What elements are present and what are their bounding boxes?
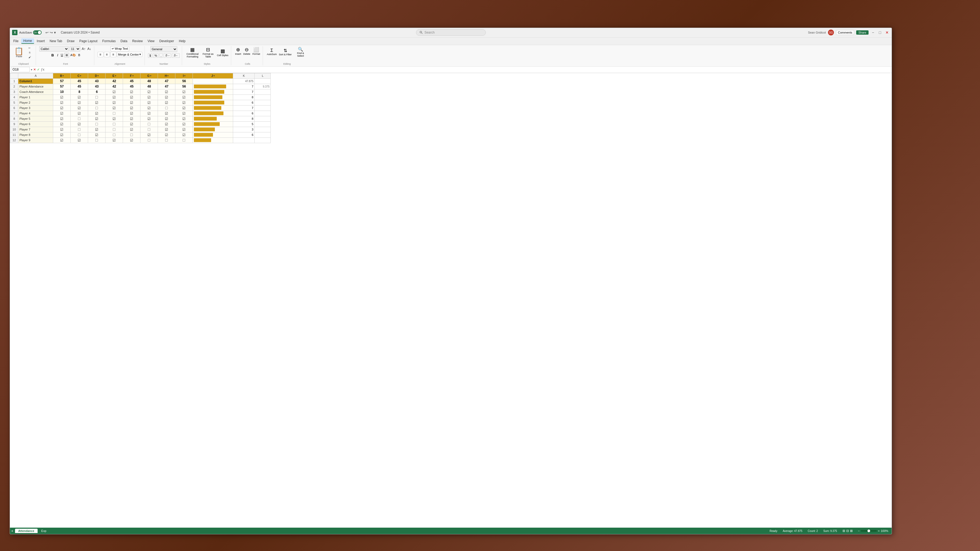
cell-L2[interactable]: 9.375 [255,84,271,89]
align-right-button[interactable]: ≡ [110,52,116,57]
cell-J4[interactable] [193,95,233,100]
checkbox-G9[interactable] [148,123,151,126]
undo-icon[interactable]: ↩ [45,30,49,35]
checkbox-E8[interactable] [113,118,116,121]
cell-F3[interactable] [123,89,140,95]
checkbox-B11[interactable] [60,133,64,137]
copy-button[interactable]: ⎘ [25,51,33,54]
menu-pagelayout[interactable]: Page Layout [77,39,99,43]
col-header-H[interactable]: H ▾ [158,73,175,78]
cell-C12[interactable] [71,138,88,143]
checkbox-D6[interactable] [95,106,98,110]
cell-G9[interactable] [140,121,158,127]
conditional-formatting-button[interactable]: ▦ Conditional Formatting [185,46,200,59]
cell-H8[interactable] [158,116,175,121]
cell-J3[interactable] [193,89,233,95]
cell-I11[interactable] [175,132,193,138]
checkbox-I5[interactable] [182,101,186,105]
font-size-select[interactable]: 11 [70,46,80,52]
cell-J10[interactable] [193,127,233,132]
autosave-toggle[interactable]: On [33,30,41,35]
col-header-I[interactable]: I ▾ [175,73,193,78]
cell-B9[interactable] [53,121,71,127]
col-header-B[interactable]: B ▾ [53,73,71,78]
checkbox-B10[interactable] [60,128,64,131]
cell-C11[interactable] [71,132,88,138]
cell-K9[interactable]: 5 [233,121,255,127]
cell-J2[interactable] [193,84,233,89]
cell-A5[interactable]: Player 2 [18,100,53,105]
cell-D1[interactable]: 43 [88,78,105,84]
sort-filter-button[interactable]: ⇅ Sort & Filter [278,48,292,56]
col-D-dropdown[interactable]: ▾ [97,75,99,77]
cell-E5[interactable] [105,100,123,105]
cell-L3[interactable] [255,89,271,95]
cell-A3[interactable]: Coach Attendance [18,89,53,95]
cell-H5[interactable] [158,100,175,105]
redo-icon[interactable]: ↪ [50,30,53,35]
cell-D11[interactable] [88,132,105,138]
checkbox-C6[interactable] [78,106,81,110]
cell-F5[interactable] [123,100,140,105]
cell-J9[interactable] [193,121,233,127]
spreadsheet-container[interactable]: A B ▾ C ▾ D ▾ E ▾ [10,73,891,528]
cell-B4[interactable] [53,95,71,100]
cell-F6[interactable] [123,105,140,111]
col-header-K[interactable]: K [233,73,255,78]
cell-H7[interactable] [158,111,175,116]
cell-E9[interactable] [105,121,123,127]
cell-L4[interactable] [255,95,271,100]
cell-D5[interactable] [88,100,105,105]
checkbox-F8[interactable] [130,118,133,121]
currency-button[interactable]: $ [148,54,152,58]
share-button[interactable]: Share [856,30,868,35]
cell-A11[interactable]: Player 8 [18,132,53,138]
cell-G2[interactable]: 48 [140,84,158,89]
cell-B3[interactable]: 10 [53,89,71,95]
cell-H1[interactable]: 47 [158,78,175,84]
search-input[interactable]: Search [424,30,482,34]
checkbox-G8[interactable] [148,118,151,121]
comments-button[interactable]: Comments [836,30,854,35]
cell-G1[interactable]: 48 [140,78,158,84]
checkbox-G6[interactable] [148,106,151,110]
cell-E6[interactable] [105,105,123,111]
font-color-button[interactable]: B [77,53,81,57]
cell-B7[interactable] [53,111,71,116]
checkbox-C9[interactable] [78,123,81,126]
cell-C3[interactable]: 8 [71,89,88,95]
cell-A6[interactable]: Player 3 [18,105,53,111]
cell-J8[interactable] [193,116,233,121]
checkbox-G7[interactable] [148,112,151,115]
comma-button[interactable]: , [159,54,163,58]
col-E-dropdown[interactable]: ▾ [115,75,116,77]
cell-H6[interactable] [158,105,175,111]
checkbox-B8[interactable] [60,118,64,121]
zoom-out-button[interactable]: − [858,529,860,532]
checkbox-D5[interactable] [95,101,98,105]
cell-D4[interactable] [88,95,105,100]
cell-K2[interactable]: 7 [233,84,255,89]
cell-H11[interactable] [158,132,175,138]
checkbox-B5[interactable] [60,101,64,105]
col-H-dropdown[interactable]: ▾ [167,75,169,77]
col-header-L[interactable]: L [255,73,271,78]
cell-G4[interactable] [140,95,158,100]
cell-I1[interactable]: 56 [175,78,193,84]
checkbox-H8[interactable] [165,118,168,121]
checkbox-E4[interactable] [113,96,116,99]
font-select[interactable]: Calibri [39,46,69,52]
cell-I3[interactable] [175,89,193,95]
cell-G8[interactable] [140,116,158,121]
checkbox-E7[interactable] [113,112,116,115]
checkbox-I9[interactable] [182,123,186,126]
checkbox-D8[interactable] [95,118,98,121]
cell-F9[interactable] [123,121,140,127]
checkbox-G5[interactable] [148,101,151,105]
checkbox-B6[interactable] [60,106,64,110]
cell-B5[interactable] [53,100,71,105]
cell-C2[interactable]: 45 [71,84,88,89]
cell-E7[interactable] [105,111,123,116]
cell-L12[interactable] [255,138,271,143]
cell-K8[interactable]: 8 [233,116,255,121]
